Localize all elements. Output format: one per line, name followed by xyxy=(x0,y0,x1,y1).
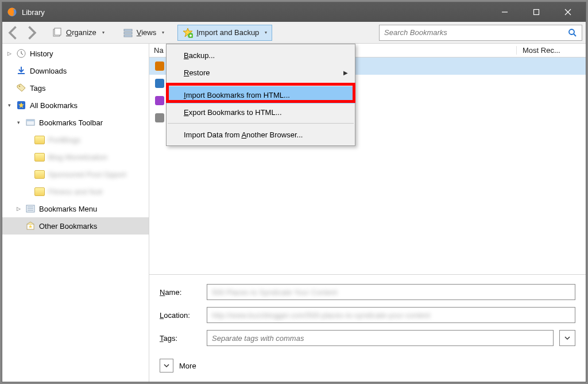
forward-button[interactable] xyxy=(23,25,39,41)
dropdown-caret-icon: ▾ xyxy=(265,30,267,35)
tree-bookmarks-menu[interactable]: ▷ Bookmarks Menu xyxy=(2,200,149,217)
views-icon xyxy=(123,28,133,38)
organize-icon xyxy=(52,28,63,38)
bookmark-star-icon xyxy=(16,100,26,110)
tags-input[interactable] xyxy=(207,330,554,346)
tree-label: Bookmarks Menu xyxy=(39,205,97,213)
tag-icon xyxy=(16,83,26,93)
tree-downloads[interactable]: Downloads xyxy=(2,62,149,79)
tree-label: Tags xyxy=(30,84,45,93)
folder-icon xyxy=(34,153,45,162)
menu-export-html[interactable]: Export Bookmarks to HTML... xyxy=(167,103,355,121)
tree-folder[interactable]: Sponsored Post Opport xyxy=(2,166,149,183)
tree-label: Downloads xyxy=(30,67,67,75)
tree-label: All Bookmarks xyxy=(30,101,78,110)
menu-icon xyxy=(25,203,36,214)
location-input[interactable]: http://www.buzzblogger.com/500-places-to… xyxy=(207,307,575,323)
sidebar: ▷ History Downloads Tags ▾ All Bookmarks… xyxy=(2,44,149,382)
search-box[interactable] xyxy=(379,25,582,41)
more-toggle[interactable] xyxy=(160,359,173,373)
library-window: Library Organize ▾ Views ▾ Import and Ba… xyxy=(2,2,586,382)
download-icon xyxy=(16,66,26,76)
menu-import-html[interactable]: Import Bookmarks from HTML... xyxy=(167,86,355,103)
tree-label: PortBlogs xyxy=(48,136,80,144)
submenu-arrow-icon: ▶ xyxy=(343,70,348,76)
favicon xyxy=(155,79,164,88)
tree-label: Bookmarks Toolbar xyxy=(39,118,103,127)
toolbar: Organize ▾ Views ▾ Import and Backup ▾ xyxy=(2,22,586,44)
tree-label: History xyxy=(30,49,53,58)
tree-folder[interactable]: PortBlogs xyxy=(2,131,149,148)
maximize-button[interactable] xyxy=(520,2,552,22)
expand-icon[interactable]: ▷ xyxy=(15,205,22,212)
clock-icon xyxy=(16,48,26,59)
name-input[interactable]: 500 Places to Syndicate Your Content xyxy=(207,284,575,300)
tree-label: Other Bookmarks xyxy=(39,222,97,231)
tree-folder[interactable]: Fitness and Nutr xyxy=(2,183,149,200)
svg-rect-8 xyxy=(124,32,132,34)
expand-icon[interactable]: ▷ xyxy=(6,50,13,57)
collapse-icon[interactable]: ▾ xyxy=(15,119,22,126)
svg-rect-7 xyxy=(124,29,132,31)
dropdown-caret-icon: ▾ xyxy=(102,30,105,35)
organize-button[interactable]: Organize ▾ xyxy=(47,25,110,41)
folder-icon xyxy=(34,136,45,144)
firefox-icon xyxy=(7,7,17,17)
menu-backup[interactable]: Backup... xyxy=(167,47,355,64)
more-label: More xyxy=(179,362,196,370)
titlebar[interactable]: Library xyxy=(2,2,586,22)
collapse-icon[interactable]: ▾ xyxy=(6,102,13,109)
svg-point-12 xyxy=(569,29,574,34)
favicon xyxy=(155,62,164,71)
close-button[interactable] xyxy=(552,2,583,22)
column-mostrec[interactable]: Most Rec... xyxy=(517,46,586,55)
main-panel: Na Most Rec... blogger com 500 places to… xyxy=(149,44,586,382)
details-panel: Name: 500 Places to Syndicate Your Conte… xyxy=(149,274,586,382)
svg-rect-2 xyxy=(533,10,539,15)
tree-bookmarks-toolbar[interactable]: ▾ Bookmarks Toolbar xyxy=(2,114,149,131)
import-backup-menu: Backup... Restore▶ Import Bookmarks from… xyxy=(166,44,355,146)
svg-point-16 xyxy=(19,86,21,87)
menu-restore[interactable]: Restore▶ xyxy=(167,64,355,81)
organize-label: Organize xyxy=(66,28,96,37)
views-label: Views xyxy=(137,28,156,37)
favicon xyxy=(155,113,164,122)
import-backup-label: Import and Backup xyxy=(196,28,259,37)
dropdown-caret-icon: ▾ xyxy=(162,30,164,35)
back-button[interactable] xyxy=(6,25,22,41)
folder-icon xyxy=(34,170,45,179)
star-import-icon xyxy=(183,28,193,38)
other-bookmarks-icon xyxy=(25,221,36,231)
tags-dropdown-button[interactable] xyxy=(559,330,575,346)
menu-import-browser[interactable]: Import Data from Another Browser... xyxy=(167,126,355,143)
search-icon[interactable] xyxy=(568,28,577,37)
menu-separator xyxy=(168,123,354,124)
search-input[interactable] xyxy=(384,28,568,37)
tags-label: Tags: xyxy=(160,334,201,343)
tree-history[interactable]: ▷ History xyxy=(2,45,149,62)
favicon xyxy=(155,96,164,105)
menu-separator xyxy=(168,83,354,84)
tree-label: Sponsored Post Opport xyxy=(48,170,126,179)
import-backup-button[interactable]: Import and Backup ▾ xyxy=(177,25,272,41)
folder-icon xyxy=(34,187,45,196)
views-button[interactable]: Views ▾ xyxy=(118,25,169,41)
tree-all-bookmarks[interactable]: ▾ All Bookmarks xyxy=(2,97,149,114)
name-label: Name: xyxy=(160,288,201,297)
svg-rect-20 xyxy=(26,120,34,121)
tree-tags[interactable]: Tags xyxy=(2,79,149,97)
tree-label: Fitness and Nutr xyxy=(48,187,103,196)
tree-label: Blog Monetization xyxy=(48,153,107,162)
svg-line-13 xyxy=(574,34,576,36)
minimize-button[interactable] xyxy=(489,2,520,22)
tree-other-bookmarks[interactable]: Other Bookmarks xyxy=(2,217,149,235)
window-title: Library xyxy=(22,8,489,17)
tree-folder[interactable]: Blog Monetization xyxy=(2,148,149,166)
location-label: Location: xyxy=(160,311,201,320)
toolbar-icon xyxy=(25,117,36,128)
svg-rect-6 xyxy=(55,28,61,35)
svg-rect-9 xyxy=(124,35,132,37)
